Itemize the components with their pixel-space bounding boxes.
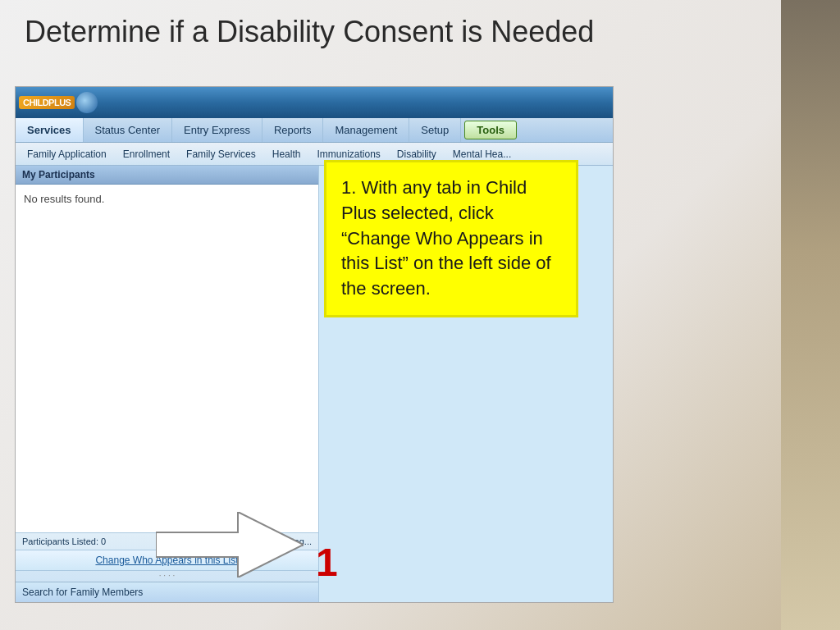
sub-nav-enrollment[interactable]: Enrollment: [115, 143, 178, 165]
app-header: CHILDPLUS: [16, 87, 613, 118]
nav-management[interactable]: Management: [323, 118, 409, 142]
nav-bar: Services Status Center Entry Express Rep…: [16, 118, 613, 143]
logo-text: CHILDPLUS: [19, 96, 75, 109]
svg-marker-0: [156, 512, 304, 578]
sub-nav-health[interactable]: Health: [264, 143, 309, 165]
sub-nav-family-application[interactable]: Family Application: [19, 143, 115, 165]
panel-body: No results found.: [16, 185, 318, 532]
logo-circle-icon: [76, 92, 98, 113]
nav-setup[interactable]: Setup: [409, 118, 461, 142]
callout-box: 1. With any tab in Child Plus selected, …: [324, 160, 578, 317]
nav-reports[interactable]: Reports: [262, 118, 324, 142]
app-logo: CHILDPLUS: [19, 92, 98, 113]
nav-status-center[interactable]: Status Center: [84, 118, 173, 142]
panel-header: My Participants: [16, 166, 318, 185]
participants-count-label: Participants Listed: 0: [22, 536, 106, 546]
annotation-number: 1: [316, 540, 338, 585]
slide-title: Determine if a Disability Consent is Nee…: [25, 15, 774, 49]
nav-services[interactable]: Services: [16, 118, 84, 142]
no-results-text: No results found.: [24, 193, 104, 205]
sub-nav-family-services[interactable]: Family Services: [178, 143, 264, 165]
nav-entry-express[interactable]: Entry Express: [172, 118, 262, 142]
right-accent-bar: [781, 0, 840, 630]
arrow-annotation: [156, 512, 304, 581]
search-family-button[interactable]: Search for Family Members: [16, 582, 318, 602]
nav-tools[interactable]: Tools: [464, 121, 517, 139]
